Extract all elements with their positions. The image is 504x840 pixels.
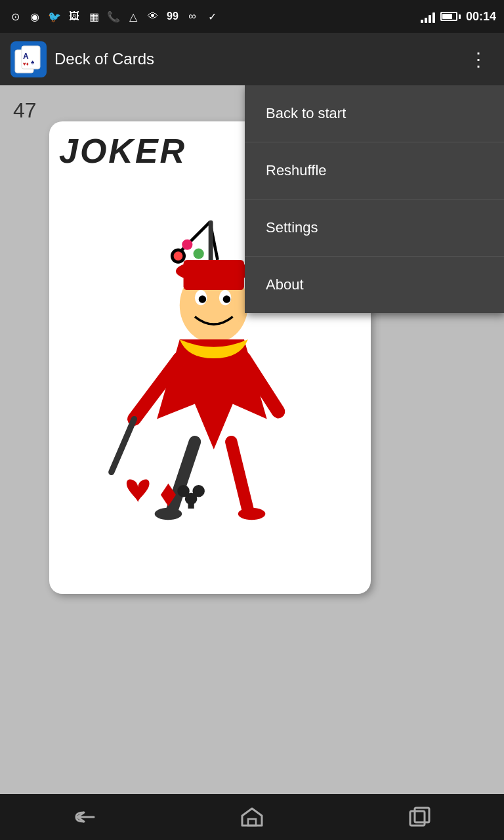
status-icons: ⊙ ◉ 🐦 🖼 ▦ 📞 △ 👁 99 ∞ ✓ [8, 9, 219, 24]
nav-bar [0, 794, 504, 840]
back-button[interactable] [64, 804, 104, 830]
svg-rect-34 [415, 808, 429, 822]
svg-point-27 [238, 508, 266, 520]
svg-rect-33 [410, 811, 425, 826]
plex-icon: ⊙ [8, 9, 22, 24]
svg-rect-16 [184, 260, 244, 290]
svg-text:A: A [23, 52, 29, 61]
app-title: Deck of Cards [54, 50, 154, 68]
home-button[interactable] [232, 804, 272, 830]
menu-item-reshuffle[interactable]: Reshuffle [245, 142, 504, 200]
svg-point-26 [155, 508, 182, 520]
battery-icon [440, 12, 461, 21]
recents-icon [407, 806, 433, 829]
network-count: 99 [165, 9, 180, 24]
svg-point-29 [177, 485, 189, 497]
check-icon: ✓ [205, 9, 219, 24]
status-bar: ⊙ ◉ 🐦 🖼 ▦ 📞 △ 👁 99 ∞ ✓ 00:14 [0, 0, 504, 33]
svg-point-9 [182, 240, 192, 250]
svg-text:♥♦: ♥♦ [23, 61, 29, 67]
mail-icon: △ [126, 9, 140, 24]
voicemail-icon: ∞ [185, 9, 200, 24]
main-content: 47 JOKER [0, 85, 504, 794]
bars-icon: ▦ [87, 9, 101, 24]
svg-point-19 [199, 295, 207, 303]
svg-rect-31 [188, 501, 194, 509]
time-display: 00:14 [466, 10, 496, 24]
phone-icon: 📞 [106, 9, 121, 24]
card-counter: 47 [13, 98, 37, 123]
svg-point-30 [192, 485, 204, 497]
card-title-top: JOKER [59, 131, 186, 171]
dropdown-menu: Back to start Reshuffle Settings About [245, 85, 504, 313]
svg-point-8 [174, 251, 183, 261]
overflow-menu-button[interactable]: ⋮ [464, 43, 494, 75]
svg-line-25 [231, 442, 247, 510]
signal-icon [421, 10, 435, 23]
svg-text:♠: ♠ [31, 58, 35, 66]
app-icon: A ♠ ♥♦ [10, 41, 47, 77]
svg-point-20 [223, 295, 231, 303]
app-bar: A ♠ ♥♦ Deck of Cards ⋮ [0, 33, 504, 85]
menu-item-about[interactable]: About [245, 257, 504, 313]
eye-icon: 👁 [146, 9, 160, 24]
home-icon [239, 806, 265, 829]
recents-button[interactable] [400, 804, 440, 830]
back-icon [71, 807, 97, 827]
app-bar-left: A ♠ ♥♦ Deck of Cards [10, 41, 154, 77]
menu-item-back-to-start[interactable]: Back to start [245, 85, 504, 142]
twitter-icon: 🐦 [47, 9, 62, 24]
svg-point-10 [194, 249, 204, 259]
image-icon: 🖼 [67, 9, 81, 24]
svg-line-22 [112, 419, 135, 472]
cast-icon: ◉ [28, 9, 42, 24]
status-right: 00:14 [421, 10, 496, 24]
cards-icon: A ♠ ♥♦ [14, 45, 43, 74]
menu-item-settings[interactable]: Settings [245, 200, 504, 257]
